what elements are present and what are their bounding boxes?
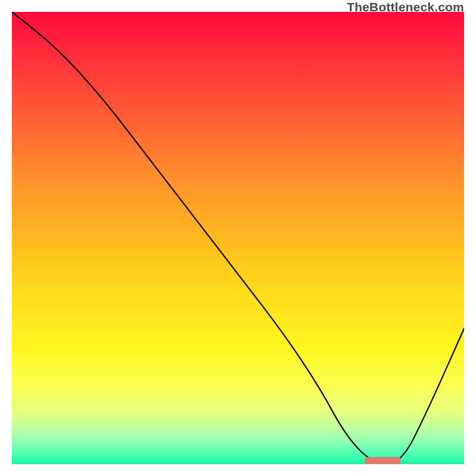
target-band-marker [365,457,401,464]
attribution-label: TheBottleneck.com [347,0,464,14]
chart-overlay [12,12,464,464]
bottleneck-curve [12,12,464,464]
bottleneck-chart: TheBottleneck.com [0,0,476,476]
